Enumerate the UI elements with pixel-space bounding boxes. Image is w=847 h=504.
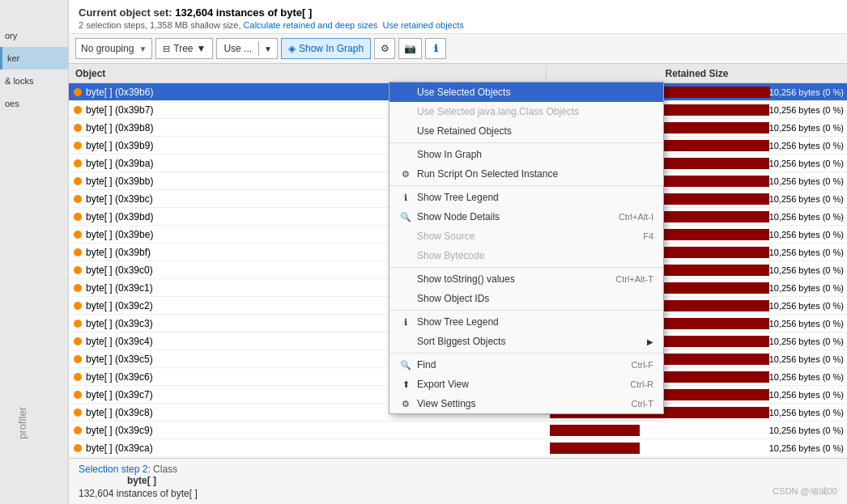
menu-item[interactable]: Show In Graph	[389, 145, 663, 164]
retained-size-text: 10,256 bytes (0 %)	[769, 283, 844, 293]
view-dropdown[interactable]: ⊟ Tree ▼	[155, 38, 213, 59]
selection-step-link[interactable]: Selection step 2	[79, 464, 147, 475]
header-title: Current object set: 132,604 instances of…	[79, 6, 837, 19]
profiler-label: profiler	[16, 407, 28, 439]
menu-item[interactable]: Use Selected Objects	[389, 83, 663, 102]
menu-item-label: Use Selected java.lang.Class Objects	[417, 106, 579, 117]
menu-divider	[389, 353, 663, 354]
menu-icon-placeholder	[399, 125, 412, 138]
retained-size-text: 10,256 bytes (0 %)	[769, 141, 844, 150]
sidebar-item-locks[interactable]: & locks	[0, 70, 68, 92]
row-label: byte[ ] (0x39c2)	[86, 300, 153, 311]
retained-size-text: 10,256 bytes (0 %)	[769, 87, 844, 97]
row-dot-icon	[74, 302, 82, 310]
table-row[interactable]: byte[ ] (0x39c9)10,256 bytes (0 %)	[69, 421, 847, 439]
info-icon: ℹ	[399, 316, 412, 328]
row-dot-icon	[74, 444, 82, 452]
menu-item[interactable]: Show toString() valuesCtrl+Alt-T	[389, 269, 663, 289]
row-label: byte[ ] (0x39c9)	[86, 425, 153, 436]
menu-item[interactable]: 🔍Show Node DetailsCtrl+Alt-I	[389, 207, 663, 227]
menu-icon-placeholder	[399, 292, 412, 305]
table-row[interactable]: byte[ ] (0x39ca)10,256 bytes (0 %)	[69, 439, 847, 457]
menu-item[interactable]: Show Object IDs	[389, 289, 663, 308]
show-graph-button[interactable]: ◈ Show In Graph	[281, 38, 371, 59]
info-icon: ℹ	[399, 191, 412, 204]
retained-size-text: 10,256 bytes (0 %)	[769, 390, 844, 400]
use-arrow-icon: ▼	[259, 43, 277, 55]
footer-class: byte[ ]	[127, 475, 837, 486]
info-button[interactable]: ℹ	[425, 38, 446, 59]
menu-item-label: Use Selected Objects	[417, 87, 510, 98]
menu-item-label: Show Bytecode	[417, 250, 484, 261]
retained-size-text: 10,256 bytes (0 %)	[769, 372, 844, 382]
grouping-arrow-icon: ▼	[138, 44, 147, 53]
menu-item-label: Sort Biggest Objects	[417, 336, 505, 347]
row-dot-icon	[74, 177, 82, 185]
menu-item[interactable]: ⬆Export ViewCtrl-R	[389, 375, 663, 394]
menu-item[interactable]: Sort Biggest Objects▶	[389, 332, 663, 351]
row-label: byte[ ] (0x39c6)	[86, 371, 153, 383]
menu-icon-placeholder	[399, 148, 412, 161]
menu-item[interactable]: 🔍FindCtrl-F	[389, 355, 663, 375]
search-icon: 🔍	[399, 358, 412, 371]
watermark: CSDN @倾城00	[773, 485, 837, 498]
settings-icon: ⚙	[381, 43, 389, 54]
header-subtitle: 2 selection steps, 1,358 MB shallow size…	[79, 20, 837, 30]
row-dot-icon	[74, 355, 82, 363]
row-dot-icon	[74, 320, 82, 328]
camera-icon: 📷	[404, 43, 416, 54]
row-dot-icon	[74, 213, 82, 221]
camera-button[interactable]: 📷	[398, 38, 422, 59]
menu-item-label: Show Tree Legend	[417, 192, 499, 203]
row-dot-icon	[74, 248, 82, 256]
row-label: byte[ ] (0x39c7)	[86, 389, 153, 400]
main-content: Current object set: 132,604 instances of…	[69, 0, 847, 504]
menu-item[interactable]: ℹShow Tree Legend	[389, 188, 663, 207]
retained-size-text: 10,256 bytes (0 %)	[769, 301, 844, 311]
row-dot-icon	[74, 106, 82, 114]
sidebar-item-ker[interactable]: ker	[0, 47, 68, 70]
menu-item-right: Ctrl+Alt-T	[615, 273, 653, 285]
menu-item[interactable]: Use Retained Objects	[389, 121, 663, 141]
menu-item-shortcut: Ctrl+Alt-T	[615, 274, 653, 284]
retained-size-text: 10,256 bytes (0 %)	[769, 230, 844, 239]
table-row[interactable]: byte[ ] (0x39cb)10,256 bytes (0 %)	[69, 457, 847, 458]
menu-item-shortcut: Ctrl+Alt-I	[619, 212, 653, 222]
row-label: byte[ ] (0x39b6)	[86, 87, 153, 98]
object-count: 132,604 instances of byte[ ]	[175, 6, 312, 19]
calculate-link[interactable]: Calculate retained and deep sizes	[244, 20, 378, 30]
view-arrow-icon: ▼	[197, 43, 206, 54]
retained-size-text: 10,256 bytes (0 %)	[769, 248, 844, 257]
menu-item: Use Selected java.lang.Class Objects	[389, 102, 663, 121]
retained-size-text: 10,256 bytes (0 %)	[769, 194, 844, 204]
gear-icon: ⚙	[399, 167, 412, 180]
menu-divider	[389, 310, 663, 311]
menu-divider	[389, 142, 663, 143]
row-dot-icon	[74, 284, 82, 292]
retained-size-text: 10,256 bytes (0 %)	[769, 105, 844, 115]
retained-size-text: 10,256 bytes (0 %)	[769, 408, 844, 417]
menu-item[interactable]: ⚙Run Script On Selected Instance	[389, 164, 663, 184]
menu-divider	[389, 267, 663, 268]
row-dot-icon	[74, 195, 82, 203]
row-label: byte[ ] (0x39bb)	[86, 176, 153, 187]
menu-item-shortcut: Ctrl-F	[632, 360, 654, 370]
settings-button[interactable]: ⚙	[374, 38, 395, 59]
menu-item[interactable]: ℹShow Tree Legend	[389, 312, 663, 332]
sidebar-item-oes[interactable]: oes	[0, 92, 68, 115]
retained-size-text: 10,256 bytes (0 %)	[769, 212, 844, 222]
menu-item-label: Show Source	[417, 231, 475, 242]
menu-item-label: View Settings	[417, 398, 476, 409]
menu-item-right: ▶	[647, 336, 653, 347]
retained-link[interactable]: Use retained objects	[382, 20, 463, 30]
grouping-dropdown[interactable]: No grouping ▼	[75, 38, 152, 59]
footer-count: 132,604 instances of byte[ ]	[79, 488, 837, 499]
row-dot-icon	[74, 266, 82, 274]
col-object-header: Object	[69, 68, 547, 79]
sidebar-item-ory[interactable]: ory	[0, 24, 68, 47]
use-button[interactable]: Use ... ▼	[216, 38, 278, 59]
footer-step: Selection step 2: Class	[79, 464, 837, 475]
row-dot-icon	[74, 159, 82, 167]
menu-item[interactable]: ⚙View SettingsCtrl-T	[389, 394, 663, 413]
menu-item-shortcut: F4	[643, 231, 653, 241]
